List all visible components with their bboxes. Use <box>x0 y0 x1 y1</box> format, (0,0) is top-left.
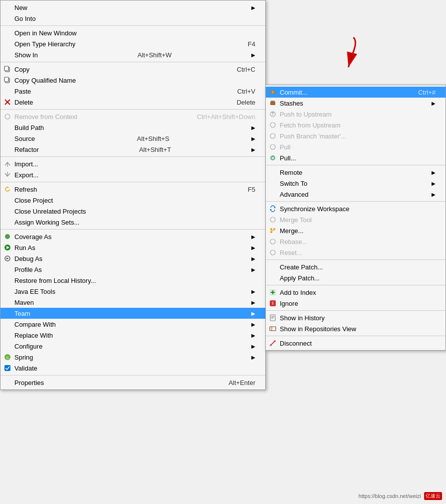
menu-item-copy-qualified[interactable]: Copy Qualified Name <box>0 75 265 86</box>
menu-item-stashes[interactable]: Stashes▶ <box>266 98 446 109</box>
menu-item-copy[interactable]: CopyCtrl+C <box>0 64 265 75</box>
menu-item-compare-with[interactable]: Compare With▶ <box>0 319 265 330</box>
svg-point-29 <box>270 144 275 149</box>
menu-item-refactor[interactable]: RefactorAlt+Shift+T▶ <box>0 144 265 155</box>
menu-item-label-copy: Copy <box>14 66 29 73</box>
menu-item-switch-to[interactable]: Switch To▶ <box>266 178 446 189</box>
menu-item-disconnect[interactable]: Disconnect <box>266 338 446 349</box>
menu-item-reset: Reset... <box>266 247 446 258</box>
menu-separator <box>0 182 265 182</box>
menu-item-pull: Pull <box>266 141 446 152</box>
menu-item-show-history[interactable]: Show in History <box>266 312 446 323</box>
menu-item-label-pull-dialog: Pull... <box>280 154 296 162</box>
menu-item-label-properties: Properties <box>14 379 44 386</box>
menu-item-label-remove-context: Remove from Context <box>14 113 77 121</box>
menu-item-close-project[interactable]: Close Project <box>0 195 265 206</box>
menu-item-show-in[interactable]: Show InAlt+Shift+W▶ <box>0 49 265 60</box>
menu-item-commit[interactable]: Commit...Ctrl+# <box>266 87 446 98</box>
menu-item-sync-workspace[interactable]: Synchronize Workspace <box>266 203 446 214</box>
menu-item-label-open-type-hierarchy: Open Type Hierarchy <box>14 40 76 48</box>
menu-item-add-index[interactable]: Add to Index <box>266 287 446 298</box>
menu-item-spring[interactable]: SSpring▶ <box>0 352 265 363</box>
menu-separator <box>0 156 265 157</box>
menu-item-label-open-new-window: Open in New Window <box>14 29 77 37</box>
menu-item-arrow-replace-with: ▶ <box>251 333 255 338</box>
menu-item-coverage-as[interactable]: Coverage As▶ <box>0 231 265 242</box>
copy-icon <box>3 65 11 73</box>
menu-item-label-reset: Reset... <box>280 249 302 256</box>
menu-item-properties[interactable]: PropertiesAlt+Enter <box>0 377 265 388</box>
menu-item-open-new-window[interactable]: Open in New Window <box>0 27 265 38</box>
export-icon <box>3 171 11 179</box>
menu-item-shortcut-commit: Ctrl+# <box>398 89 436 96</box>
menu-item-team[interactable]: Team▶ <box>0 308 265 319</box>
menu-item-arrow-show-in: ▶ <box>251 52 255 58</box>
menu-item-import[interactable]: Import... <box>0 158 265 169</box>
menu-item-label-create-patch: Create Patch... <box>280 263 323 271</box>
menu-item-new[interactable]: New▶ <box>0 2 265 13</box>
push-branch-icon <box>269 132 277 140</box>
menu-item-label-assign-working: Assign Working Sets... <box>14 219 80 226</box>
menu-item-maven[interactable]: Maven▶ <box>0 297 265 308</box>
menu-item-export[interactable]: Export... <box>0 169 265 180</box>
menu-item-restore-history[interactable]: Restore from Local History... <box>0 275 265 286</box>
menu-item-pull-dialog[interactable]: Pull... <box>266 152 446 163</box>
menu-item-shortcut-source: Alt+Shift+S <box>117 135 169 142</box>
menu-item-push-upstream: Push to Upstream <box>266 109 446 120</box>
menu-item-label-disconnect: Disconnect <box>280 340 312 347</box>
menu-item-remote[interactable]: Remote▶ <box>266 167 446 178</box>
menu-item-run-as[interactable]: Run As▶ <box>0 242 265 253</box>
history-icon <box>269 314 277 322</box>
menu-item-show-repos[interactable]: Show in Repositories View <box>266 323 446 334</box>
svg-point-39 <box>270 250 275 255</box>
svg-point-19 <box>271 91 274 94</box>
stash-icon <box>269 99 277 107</box>
menu-item-arrow-switch-to: ▶ <box>432 181 436 186</box>
menu-item-debug-as[interactable]: Debug As▶ <box>0 253 265 264</box>
menu-item-label-export: Export... <box>14 171 38 179</box>
menu-item-open-type-hierarchy[interactable]: Open Type HierarchyF4 <box>0 38 265 49</box>
menu-item-label-coverage-as: Coverage As <box>14 233 51 241</box>
menu-separator <box>266 285 446 285</box>
menu-item-shortcut-show-in: Alt+Shift+W <box>117 51 172 59</box>
copy-q-icon <box>3 76 11 84</box>
menu-item-assign-working[interactable]: Assign Working Sets... <box>0 217 265 228</box>
menu-item-build-path[interactable]: Build Path▶ <box>0 122 265 133</box>
menu-item-configure[interactable]: Configure▶ <box>0 341 265 352</box>
menu-item-validate[interactable]: Validate <box>0 363 265 374</box>
menu-item-ignore[interactable]: !Ignore <box>266 298 446 309</box>
menu-item-profile-as[interactable]: Profile As▶ <box>0 264 265 275</box>
menu-item-apply-patch[interactable]: Apply Patch... <box>266 272 446 283</box>
menu-separator <box>266 165 446 165</box>
menu-item-arrow-compare-with: ▶ <box>251 322 255 327</box>
validate-icon <box>3 364 11 372</box>
menu-item-fetch-upstream: Fetch from Upstream <box>266 120 446 130</box>
svg-point-51 <box>270 344 272 346</box>
svg-marker-15 <box>6 257 9 259</box>
menu-item-arrow-coverage-as: ▶ <box>251 234 255 240</box>
menu-item-label-switch-to: Switch To <box>280 180 307 187</box>
remove-icon <box>3 113 11 121</box>
menu-item-label-paste: Paste <box>14 88 31 95</box>
menu-item-merge-tool: Merge Tool <box>266 214 446 225</box>
menu-item-label-run-as: Run As <box>14 244 35 252</box>
menu-item-java-ee-tools[interactable]: Java EE Tools▶ <box>0 286 265 297</box>
menu-item-go-into[interactable]: Go Into <box>0 13 265 24</box>
menu-item-label-debug-as: Debug As <box>14 255 42 262</box>
menu-item-label-maven: Maven <box>14 299 34 306</box>
menu-item-label-close-unrelated: Close Unrelated Projects <box>14 208 86 215</box>
menu-item-refresh[interactable]: RefreshF5 <box>0 184 265 195</box>
svg-marker-33 <box>270 209 272 211</box>
menu-item-replace-with[interactable]: Replace With▶ <box>0 330 265 341</box>
menu-item-merge[interactable]: Merge... <box>266 225 446 236</box>
menu-item-advanced[interactable]: Advanced▶ <box>266 189 446 200</box>
menu-item-delete[interactable]: DeleteDelete <box>0 97 265 108</box>
csdn-logo: 亿速云 <box>424 492 442 500</box>
menu-item-paste[interactable]: PasteCtrl+V <box>0 86 265 97</box>
menu-item-source[interactable]: SourceAlt+Shift+S▶ <box>0 133 265 144</box>
menu-separator <box>0 25 265 26</box>
menu-item-create-patch[interactable]: Create Patch... <box>266 261 446 272</box>
menu-item-close-unrelated[interactable]: Close Unrelated Projects <box>0 206 265 217</box>
menu-item-label-delete: Delete <box>14 99 33 106</box>
menu-item-label-close-project: Close Project <box>14 197 53 204</box>
